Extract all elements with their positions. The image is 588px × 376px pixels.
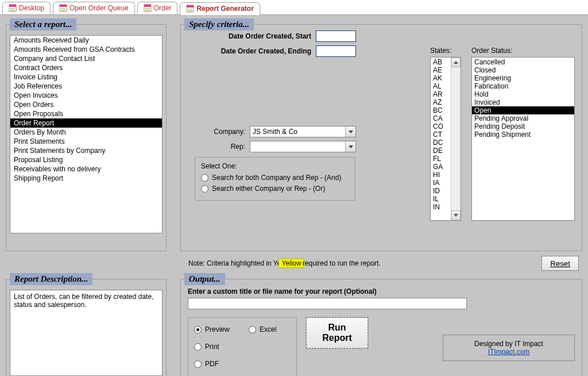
radio-icon[interactable] [201,185,208,193]
report-item[interactable]: Open Invoices [10,91,162,100]
output-panel: Output... Enter a custom title or file n… [180,279,582,376]
scroll-down-icon[interactable] [451,210,461,220]
report-item[interactable]: Orders By Month [10,128,162,137]
report-item[interactable]: Proposal Listing [10,155,162,164]
format-preview[interactable]: Preview [194,325,249,333]
select-one-group: Select One: Search for both Company and … [195,157,355,201]
state-item[interactable]: AZ [432,98,450,106]
status-item[interactable]: Pending Approval [472,114,574,122]
radio-icon[interactable] [194,343,202,351]
tab-open-order-queue[interactable]: Open Order Queue [53,2,135,14]
panel-title: Report Description... [10,273,92,285]
company-value: JS Smith & Co [250,128,345,136]
rep-label: Rep: [188,143,245,151]
tab-label: Order [154,4,172,12]
description-panel: Report Description... List of Orders, ca… [6,279,167,376]
tab-desktop[interactable]: Desktop [2,2,51,14]
state-item[interactable]: IN [432,203,450,211]
report-item[interactable]: Receivables with no delivery [10,164,162,174]
radio-icon[interactable] [194,326,202,333]
form-icon [186,5,194,13]
state-item[interactable]: ID [432,187,450,195]
report-item[interactable]: Amounts Received Daily [10,36,162,45]
chevron-down-icon[interactable] [345,141,355,152]
report-item[interactable]: Print Statements [10,137,162,146]
report-item[interactable]: Print Statements by Company [10,146,162,155]
status-item[interactable]: Closed [472,66,574,74]
state-item[interactable]: AR [432,90,450,98]
state-item[interactable]: HI [432,171,450,179]
criteria-panel: Specify criteria... Date Order Created, … [180,24,582,251]
tab-report-generator[interactable]: Report Generator [180,2,260,15]
state-item[interactable]: DE [432,147,450,155]
report-item[interactable]: Company and Contact List [10,54,162,63]
scrollbar[interactable] [451,57,461,220]
tab-order[interactable]: Order [137,2,178,14]
run-report-button[interactable]: Run Report [306,317,368,348]
order-status-listbox[interactable]: CancelledClosedEngineeringFabricationHol… [471,57,575,221]
status-item[interactable]: Fabrication [472,82,574,90]
report-item[interactable]: Invoice Listing [10,72,162,82]
radio-and-row[interactable]: Search for both Company and Rep - (And) [201,174,349,182]
tab-label: Open Order Queue [69,4,129,12]
report-item[interactable]: Contract Orders [10,63,162,72]
description-text: List of Orders, can be filtered by creat… [10,290,163,376]
states-listbox[interactable]: ABAEAKALARAZBCCACOCTDCDEFLGAHIIAIDILIN [430,57,461,221]
svg-rect-9 [144,5,151,7]
select-report-panel: Select a report... Amounts Received Dail… [6,24,167,251]
status-item[interactable]: Engineering [472,74,574,82]
status-item[interactable]: Hold [472,90,574,98]
company-label: Company: [188,128,245,136]
report-item[interactable]: Shipping Report [10,174,162,183]
date-start-label: Date Order Created, Start [188,32,311,40]
credit-link[interactable]: ITImpact.com [488,348,530,356]
format-excel[interactable]: Excel [249,325,295,333]
state-item[interactable]: AE [432,66,450,74]
format-print[interactable]: Print [194,343,249,351]
radio-or-label: Search either Company or Rep - (Or) [212,185,325,193]
status-item[interactable]: Open [472,106,574,114]
reset-button[interactable]: Reset [541,256,579,271]
state-item[interactable]: BC [432,106,450,114]
state-item[interactable]: CA [432,114,450,122]
status-item[interactable]: Invoiced [472,98,574,106]
note-pre: Note: Criteria highlighted in Ye [188,259,281,267]
status-item[interactable]: Pending Shipment [472,131,574,139]
state-item[interactable]: CO [432,122,450,131]
report-item[interactable]: Open Proposals [10,109,162,118]
radio-icon[interactable] [201,174,208,182]
state-item[interactable]: AL [432,82,450,90]
report-item[interactable]: Open Orders [10,100,162,109]
radio-or-row[interactable]: Search either Company or Rep - (Or) [201,185,349,193]
output-format-group: Preview Excel Print PDF PDF and Email [188,317,297,376]
report-list[interactable]: Amounts Received DailyAmounts Received f… [10,35,163,233]
date-start-input[interactable] [316,30,356,42]
note-row: Note: Criteria highlighted in Ye Yellow … [6,256,582,271]
radio-icon[interactable] [249,326,256,333]
custom-title-input[interactable] [188,298,467,309]
status-item[interactable]: Cancelled [472,58,574,66]
chevron-down-icon[interactable] [345,126,355,137]
custom-title-label: Enter a custom title or file name for yo… [188,287,575,296]
state-item[interactable]: DC [432,139,450,147]
report-item[interactable]: Order Report [10,118,162,128]
state-item[interactable]: AB [432,58,450,66]
state-item[interactable]: AK [432,74,450,82]
date-end-input[interactable] [316,45,356,57]
company-combo[interactable]: JS Smith & Co [250,126,356,137]
credit-text: Designed by IT Impact [451,340,566,348]
rep-combo[interactable] [250,141,356,152]
state-item[interactable]: IA [432,179,450,187]
format-pdf[interactable]: PDF [194,360,249,368]
note-chip: Yellow [278,259,304,268]
status-item[interactable]: Pending Deposit [472,122,574,131]
report-item[interactable]: Amounts Received from GSA Contracts [10,45,162,54]
state-item[interactable]: GA [432,163,450,171]
note-post: required to run the report. [303,259,381,267]
state-item[interactable]: FL [432,155,450,163]
report-item[interactable]: Job References [10,82,162,91]
state-item[interactable]: IL [432,195,450,203]
scroll-up-icon[interactable] [451,57,461,67]
radio-icon[interactable] [194,360,202,368]
state-item[interactable]: CT [432,131,450,139]
